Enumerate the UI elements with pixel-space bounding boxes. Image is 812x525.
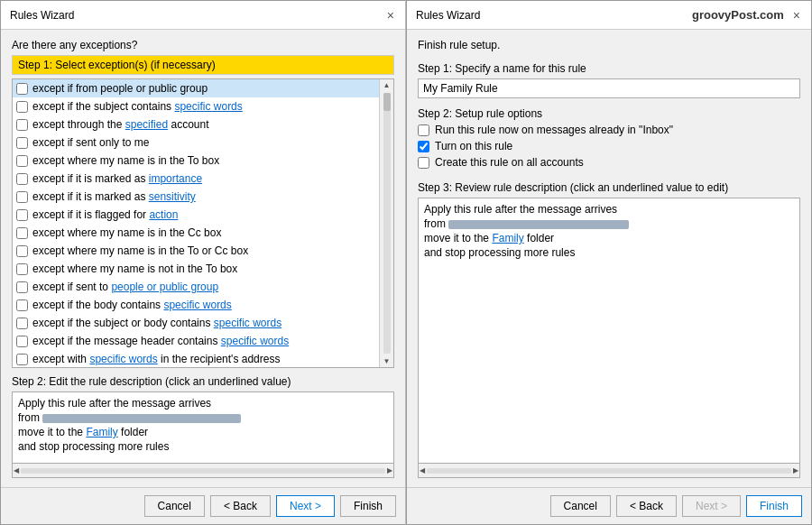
exception-checkbox-9[interactable] xyxy=(16,245,28,257)
right-dialog-content: Finish rule setup. Step 1: Specify a nam… xyxy=(407,30,811,487)
exception-text-6: except if it is marked as sensitivity xyxy=(32,189,196,205)
option1-row: Run this rule now on messages already in… xyxy=(418,124,800,136)
finish-label: Finish rule setup. xyxy=(418,39,800,51)
exception-text-5: except if it is marked as importance xyxy=(32,170,202,187)
left-desc-line3-before: move it to the xyxy=(18,426,86,438)
list-item[interactable]: except if sent to people or public group xyxy=(13,278,379,296)
list-item[interactable]: except where my name is not in the To bo… xyxy=(13,260,379,278)
right-back-button[interactable]: < Back xyxy=(616,495,677,517)
exception-link-5[interactable]: importance xyxy=(149,172,202,185)
exception-link-1[interactable]: specific words xyxy=(174,100,242,113)
exceptions-list-wrapper: except if from people or public group ex… xyxy=(12,78,394,368)
right-cancel-button[interactable]: Cancel xyxy=(550,495,611,517)
option1-checkbox[interactable] xyxy=(418,124,429,136)
hscroll-left-arrow[interactable]: ◀ xyxy=(14,466,19,474)
left-family-link[interactable]: Family xyxy=(86,426,117,438)
list-item[interactable]: except if sent only to me xyxy=(13,134,379,152)
exception-link-11[interactable]: people or public group xyxy=(111,281,218,293)
exception-text-1: except if the subject contains specific … xyxy=(32,98,243,115)
option3-checkbox[interactable] xyxy=(418,157,429,169)
right-dialog: Rules Wizard groovyPost.com × Finish rul… xyxy=(406,0,812,525)
left-close-button[interactable]: × xyxy=(385,8,396,23)
right-description-box: Apply this rule after the message arrive… xyxy=(418,198,800,464)
exception-checkbox-7[interactable] xyxy=(16,209,28,221)
right-step1-label: Step 1: Specify a name for this rule xyxy=(418,62,800,75)
exception-checkbox-8[interactable] xyxy=(16,227,28,239)
right-hscroll-left-arrow[interactable]: ◀ xyxy=(420,466,425,474)
exceptions-scrollbar[interactable]: ▲ ▼ xyxy=(379,79,393,367)
groovy-watermark: groovyPost.com xyxy=(692,8,784,22)
exception-link-15[interactable]: specific words xyxy=(89,353,157,365)
exception-link-12[interactable]: specific words xyxy=(163,299,231,311)
exception-checkbox-2[interactable] xyxy=(16,119,28,131)
option2-checkbox[interactable] xyxy=(418,141,429,152)
list-item[interactable]: except if it is flagged for action xyxy=(13,206,379,224)
scroll-up-arrow[interactable]: ▲ xyxy=(382,79,392,91)
exception-checkbox-12[interactable] xyxy=(16,299,28,311)
exception-checkbox-15[interactable] xyxy=(16,354,28,365)
right-hscroll-track xyxy=(427,468,791,474)
left-desc-blurred xyxy=(42,414,241,423)
right-family-link[interactable]: Family xyxy=(492,232,523,244)
hscrollbar-inner: ◀ ▶ xyxy=(13,464,393,477)
list-item[interactable]: except if it is marked as sensitivity xyxy=(13,188,379,206)
left-title-bar: Rules Wizard × xyxy=(1,1,405,30)
exception-link-13[interactable]: specific words xyxy=(214,317,281,329)
right-hscrollbar-inner: ◀ ▶ xyxy=(419,464,799,477)
right-desc-blurred xyxy=(448,220,629,229)
list-item[interactable]: except through the specified account xyxy=(13,115,379,134)
exception-checkbox-10[interactable] xyxy=(16,263,28,275)
right-desc-line4: and stop processing more rules xyxy=(424,245,794,260)
left-next-button[interactable]: Next > xyxy=(276,495,335,517)
exception-checkbox-6[interactable] xyxy=(16,191,28,203)
list-item[interactable]: except if from people or public group xyxy=(13,79,379,97)
hscroll-track xyxy=(21,468,385,474)
list-item[interactable]: except if the message header contains sp… xyxy=(13,332,379,350)
right-finish-button[interactable]: Finish xyxy=(746,495,802,517)
list-item[interactable]: except if it is marked as importance xyxy=(13,170,379,188)
right-hscroll-right-arrow[interactable]: ▶ xyxy=(793,466,798,474)
exception-checkbox-3[interactable] xyxy=(16,137,28,149)
left-question: Are there any exceptions? xyxy=(12,39,394,51)
exception-checkbox-1[interactable] xyxy=(16,101,28,113)
scroll-thumb xyxy=(383,93,391,111)
exception-link-6[interactable]: sensitivity xyxy=(149,190,196,203)
list-item[interactable]: except where my name is in the Cc box xyxy=(13,224,379,242)
exception-link-2[interactable]: specified xyxy=(125,118,168,131)
left-hscrollbar[interactable]: ◀ ▶ xyxy=(12,464,394,478)
hscroll-right-arrow[interactable]: ▶ xyxy=(387,466,392,474)
left-desc-line1: Apply this rule after the message arrive… xyxy=(18,396,388,410)
right-close-button[interactable]: × xyxy=(791,8,802,23)
list-item[interactable]: except with specific words in the recipi… xyxy=(13,350,379,367)
rule-name-input[interactable] xyxy=(418,78,800,98)
exception-link-14[interactable]: specific words xyxy=(221,335,289,347)
left-description-box: Apply this rule after the message arrive… xyxy=(12,391,394,464)
exception-checkbox-11[interactable] xyxy=(16,281,28,293)
exception-text-7: except if it is flagged for action xyxy=(32,207,178,223)
left-footer: Cancel < Back Next > Finish xyxy=(1,487,405,524)
exception-link-7[interactable]: action xyxy=(149,208,178,221)
list-item[interactable]: except where my name is in the To box xyxy=(13,152,379,170)
list-item[interactable]: except if the subject contains specific … xyxy=(13,97,379,115)
exceptions-list: except if from people or public group ex… xyxy=(13,79,379,367)
left-step2-header: Step 2: Edit the rule description (click… xyxy=(12,375,394,388)
list-item[interactable]: except if the subject or body contains s… xyxy=(13,314,379,332)
list-item[interactable]: except where my name is in the To or Cc … xyxy=(13,242,379,260)
list-item[interactable]: except if the body contains specific wor… xyxy=(13,296,379,314)
exception-text-14: except if the message header contains sp… xyxy=(32,333,289,349)
option2-label: Turn on this rule xyxy=(435,140,512,152)
left-back-button[interactable]: < Back xyxy=(210,495,271,517)
exception-text-0: except if from people or public group xyxy=(32,80,208,97)
right-step3-label: Step 3: Review rule description (click a… xyxy=(418,181,800,194)
exception-checkbox-5[interactable] xyxy=(16,173,28,185)
left-cancel-button[interactable]: Cancel xyxy=(144,495,205,517)
right-hscrollbar[interactable]: ◀ ▶ xyxy=(418,464,800,478)
left-finish-button[interactable]: Finish xyxy=(340,495,396,517)
exception-checkbox-14[interactable] xyxy=(16,336,28,347)
exception-text-4: except where my name is in the To box xyxy=(32,152,219,169)
exception-checkbox-0[interactable] xyxy=(16,83,28,95)
exception-checkbox-4[interactable] xyxy=(16,155,28,167)
scroll-down-arrow[interactable]: ▼ xyxy=(382,355,392,367)
exception-checkbox-13[interactable] xyxy=(16,318,28,329)
left-desc-line4: and stop processing more rules xyxy=(18,439,388,454)
